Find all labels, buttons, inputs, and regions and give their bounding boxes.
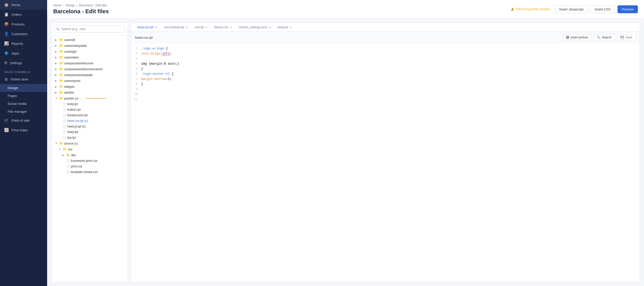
tab-head-css-tpl[interactable]: head.css.tpl✕: [134, 23, 160, 32]
tab-cart-tpl[interactable]: cart.tpl✕: [192, 23, 211, 32]
sidebar-item-home[interactable]: 🏠Home: [0, 0, 47, 10]
breadcrumb-home[interactable]: Home: [53, 4, 61, 7]
folder-item[interactable]: ▶📁userpasswordupdate: [51, 72, 127, 78]
sidebar-item-point-of-sale[interactable]: 🛒Point of sale: [0, 116, 47, 125]
sidebar-item-products[interactable]: 📦Products: [0, 19, 47, 29]
sidebar-item-online-store[interactable]: 🖥Online store: [0, 75, 47, 84]
folder-icon: 📁: [59, 38, 63, 42]
line-number: 2: [131, 51, 141, 56]
tab-close-icon[interactable]: ✕: [155, 26, 157, 29]
receiving-partial-status: ⚠️ Receiving partial updates: [511, 7, 550, 11]
line-number: 9: [131, 87, 141, 92]
file-icon: 📄: [66, 165, 70, 168]
sidebar-item-customers[interactable]: 👤Customers: [0, 29, 47, 39]
sidebar-sub-item-social-media[interactable]: Social media: [0, 100, 47, 108]
folder-icon: 📁: [59, 79, 63, 83]
sales-channels-header: SALES CHANNELS: [0, 68, 47, 75]
folder-item[interactable]: ▶📁useredit: [51, 37, 127, 43]
chevron-icon: ▶: [55, 79, 58, 82]
file-icon: 📄: [63, 136, 66, 139]
folder-name: userlogin: [64, 50, 77, 53]
folder-item[interactable]: ▶📁userpasswordrecover: [51, 60, 127, 66]
header-actions: ⚠️ Receiving partial updates Insert Java…: [511, 5, 638, 13]
file-item[interactable]: 📄head.js.tpl (c): [51, 124, 127, 129]
sidebar-sub-item-file-manager[interactable]: File manager: [0, 108, 47, 116]
code-line: 8}: [131, 82, 640, 87]
file-item[interactable]: 📄body.tpl: [51, 101, 127, 107]
tab-close-icon[interactable]: ✕: [186, 26, 188, 29]
folder-item[interactable]: ▶📁userrequest: [51, 78, 127, 84]
file-item[interactable]: 📄top.tpl: [51, 135, 127, 140]
code-editor-panel: head.css.tpl✕cart-preload.tpl✕cart.tpl✕t…: [131, 23, 640, 282]
folder-item[interactable]: ▼📁css: [51, 146, 127, 152]
file-item[interactable]: 📄head.css.tpl (c): [51, 118, 127, 124]
tab-close-icon[interactable]: ✕: [269, 26, 271, 29]
sidebar-item-orders[interactable]: 📋Orders: [0, 10, 47, 19]
code-line: 5}: [131, 66, 640, 72]
file-item[interactable]: 📄bottom.tpl: [51, 107, 127, 112]
insert-css-button[interactable]: Insert CSS: [590, 5, 615, 13]
line-content: text-align:left;: [141, 51, 640, 56]
line-content: [141, 92, 640, 97]
folder-item[interactable]: ▶📁libs: [51, 152, 127, 158]
file-name: template.closed.css: [71, 170, 98, 174]
folder-item[interactable]: ▼📁source (c): [51, 140, 127, 146]
sidebar-sub-item-design[interactable]: Design: [0, 84, 47, 92]
line-content: [141, 56, 640, 61]
sidebar-item-price-index[interactable]: 📈Price index: [0, 125, 47, 135]
tab-close-icon[interactable]: ✕: [205, 26, 208, 29]
chevron-icon: ▶: [55, 74, 58, 76]
tab-column-settings-json[interactable]: column_settings.json✕: [236, 23, 274, 32]
folder-item[interactable]: ▶📁userpasswordrecoversubmit: [51, 66, 127, 72]
file-tree-search-input[interactable]: [54, 25, 125, 33]
file-item[interactable]: 📄head.tpl: [51, 129, 127, 135]
file-icon: 📄: [66, 159, 70, 163]
file-item[interactable]: 📄print.css: [51, 164, 127, 169]
tab-close-icon[interactable]: ✕: [290, 26, 292, 29]
tab-cart-preload-tpl[interactable]: cart-preload.tpl✕: [161, 23, 191, 32]
sidebar-item-settings[interactable]: ⚙Settings: [0, 58, 47, 68]
chevron-icon: ▶: [55, 62, 58, 65]
tab-label: cart.tpl: [195, 25, 204, 29]
file-name: head.js.tpl (c): [67, 125, 86, 128]
file-name: head.tpl: [67, 130, 78, 134]
folder-item[interactable]: ▶📁wishlist: [51, 90, 127, 95]
tabs-bar: head.css.tpl✕cart-preload.tpl✕cart.tpl✕t…: [131, 23, 640, 32]
tab-label: cart-preload.tpl: [164, 25, 184, 29]
breadcrumb-design[interactable]: Design: [65, 4, 75, 7]
insert-picture-button[interactable]: 🖼 Insert picture: [563, 34, 591, 41]
file-item[interactable]: 📄template.closed.css: [51, 169, 127, 175]
folder-name: widgets: [64, 85, 75, 89]
tab-body-tpl[interactable]: body.tpl✕: [275, 23, 295, 32]
reports-icon: 📊: [4, 41, 9, 46]
folder-icon: 📁: [59, 50, 63, 53]
home-icon: 🏠: [4, 3, 9, 7]
sidebar-item-apps[interactable]: 🔷Apps: [0, 48, 47, 58]
file-item[interactable]: 📄breadcrumb.tpl: [51, 112, 127, 118]
folder-item[interactable]: ▶📁widgets: [51, 84, 127, 90]
folder-item[interactable]: ▶📁userorders: [51, 54, 127, 60]
folder-item[interactable]: ▶📁useremailupdate: [51, 43, 127, 49]
preview-button[interactable]: Preview: [618, 5, 638, 13]
sidebar-sub-item-pages[interactable]: Pages: [0, 92, 47, 100]
insert-javascript-button[interactable]: Insert Javascript: [555, 5, 588, 13]
tab-label: theme.css: [214, 25, 228, 29]
folder-name: userpasswordupdate: [64, 73, 92, 77]
warning-icon: ⚠️: [511, 7, 514, 11]
folder-item[interactable]: ▼📁partials (c) ←: [51, 95, 127, 101]
folder-item[interactable]: ▶📁userlogin: [51, 49, 127, 54]
search-button[interactable]: 🔍 Search: [594, 34, 615, 41]
code-area[interactable]: 1.logo.w-logo {2 text-align:left;3 4 img…: [131, 43, 640, 282]
tab-close-icon[interactable]: ✕: [230, 26, 232, 29]
code-line: 4 img {margin:0 auto;}: [131, 61, 640, 66]
breadcrumb-current: Barcelona - Edit files: [79, 4, 107, 7]
save-button[interactable]: 💾 Save: [617, 34, 636, 41]
file-tree-list: ▶📁useredit▶📁useremailupdate▶📁userlogin▶📁…: [51, 35, 127, 282]
tab-theme-css[interactable]: theme.css✕: [211, 23, 235, 32]
folder-icon: 📁: [59, 85, 63, 89]
folder-name: css: [68, 148, 72, 151]
chevron-icon: ▼: [55, 97, 58, 100]
sidebar-item-reports[interactable]: 📊Reports: [0, 39, 47, 48]
code-line: 10: [131, 92, 640, 97]
file-item[interactable]: 📄framework.print.css: [51, 158, 127, 164]
